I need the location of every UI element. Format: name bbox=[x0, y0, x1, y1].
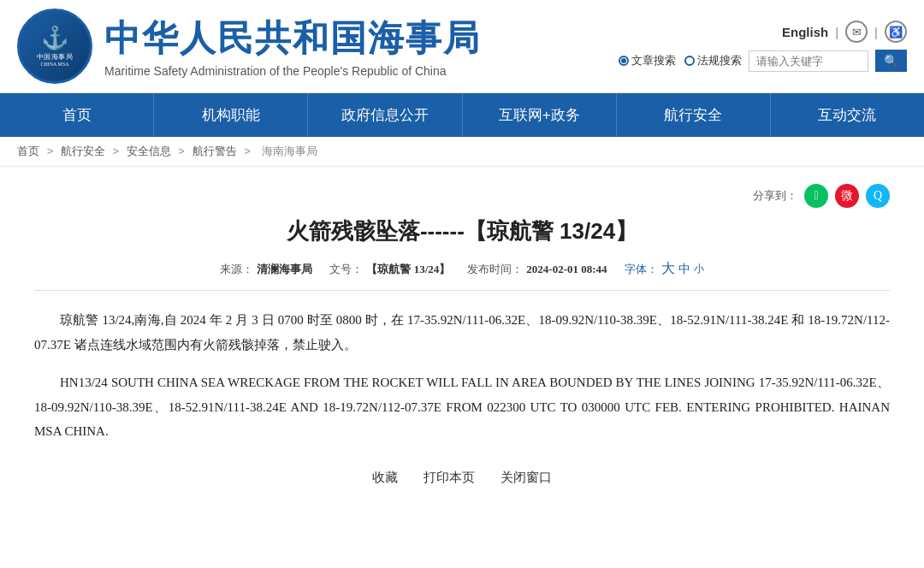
nav-home[interactable]: 首页 bbox=[0, 93, 154, 137]
anchor-icon: ⚓ bbox=[37, 24, 74, 53]
breadcrumb-safety-info[interactable]: 安全信息 bbox=[127, 145, 171, 157]
breadcrumb-sep1: > bbox=[47, 145, 56, 157]
breadcrumb-home[interactable]: 首页 bbox=[17, 145, 39, 157]
bookmark-link[interactable]: 收藏 bbox=[372, 470, 398, 486]
email-icon[interactable]: ✉ bbox=[845, 21, 868, 43]
separator2: | bbox=[874, 25, 878, 39]
print-link[interactable]: 打印本页 bbox=[424, 470, 475, 486]
breadcrumb: 首页 > 航行安全 > 安全信息 > 航行警告 > 海南海事局 bbox=[0, 137, 924, 167]
font-medium-btn[interactable]: 中 bbox=[678, 262, 690, 277]
logo-circle: ⚓ 中国海事局 CHINA MSA bbox=[17, 9, 92, 84]
article-title: 火箭残骸坠落------【琼航警 13/24】 bbox=[34, 216, 890, 246]
logo-inner: ⚓ 中国海事局 CHINA MSA bbox=[37, 24, 74, 68]
docnum-label: 文号： bbox=[329, 262, 363, 277]
header-left: ⚓ 中国海事局 CHINA MSA 中华人民共和国海事局 Maritime Sa… bbox=[17, 9, 481, 84]
header-title-block: 中华人民共和国海事局 Maritime Safety Administratio… bbox=[104, 15, 481, 78]
radio-dot-law bbox=[684, 56, 695, 66]
nav-institution[interactable]: 机构职能 bbox=[154, 93, 308, 137]
english-link[interactable]: English bbox=[782, 25, 828, 39]
breadcrumb-sep4: > bbox=[244, 145, 253, 157]
breadcrumb-nav-warning[interactable]: 航行警告 bbox=[192, 145, 237, 157]
qq-share-icon[interactable]: Q bbox=[866, 184, 890, 208]
font-small-btn[interactable]: 小 bbox=[694, 262, 704, 276]
close-link[interactable]: 关闭窗口 bbox=[500, 470, 552, 486]
logo-cn-text: 中国海事局 bbox=[37, 53, 74, 62]
article-body: 琼航警 13/24,南海,自 2024 年 2 月 3 日 0700 时至 08… bbox=[34, 308, 890, 444]
meta-docnum: 文号： 【琼航警 13/24】 bbox=[329, 262, 450, 277]
site-title-en: Maritime Safety Administration of the Pe… bbox=[104, 64, 481, 78]
search-radio-group: 文章搜索 法规搜索 bbox=[619, 53, 742, 68]
header-top-links: English | ✉ | ♿ bbox=[782, 21, 907, 43]
breadcrumb-sep3: > bbox=[178, 145, 187, 157]
radio-dot-article bbox=[619, 56, 629, 66]
article-meta: 来源： 清澜海事局 文号： 【琼航警 13/24】 发布时间： 2024-02-… bbox=[34, 260, 890, 291]
breadcrumb-current: 海南海事局 bbox=[262, 145, 317, 157]
radio-law-label: 法规搜索 bbox=[697, 53, 742, 68]
meta-source: 来源： 清澜海事局 bbox=[220, 262, 312, 277]
body-paragraph-cn: 琼航警 13/24,南海,自 2024 年 2 月 3 日 0700 时至 08… bbox=[34, 308, 890, 357]
action-bar: 收藏 打印本页 关闭窗口 bbox=[34, 470, 890, 486]
font-large-btn[interactable]: 大 bbox=[661, 260, 675, 278]
breadcrumb-nav-safety[interactable]: 航行安全 bbox=[61, 145, 105, 157]
radio-article-label: 文章搜索 bbox=[631, 53, 676, 68]
breadcrumb-sep2: > bbox=[112, 145, 121, 157]
wechat-share-icon[interactable]:  bbox=[804, 184, 828, 208]
nav-interaction[interactable]: 互动交流 bbox=[771, 93, 924, 137]
header: ⚓ 中国海事局 CHINA MSA 中华人民共和国海事局 Maritime Sa… bbox=[0, 0, 924, 93]
nav-internet-affairs[interactable]: 互联网+政务 bbox=[463, 93, 617, 137]
search-input[interactable] bbox=[749, 50, 868, 72]
meta-date: 发布时间： 2024-02-01 08:44 bbox=[467, 262, 607, 277]
separator: | bbox=[835, 25, 838, 39]
nav-government-info[interactable]: 政府信息公开 bbox=[308, 93, 462, 137]
logo-en-text: CHINA MSA bbox=[37, 62, 74, 68]
site-title-cn: 中华人民共和国海事局 bbox=[104, 15, 481, 62]
source-value: 清澜海事局 bbox=[257, 262, 312, 277]
font-label: 字体： bbox=[625, 262, 658, 277]
main-nav: 首页 机构职能 政府信息公开 互联网+政务 航行安全 互动交流 bbox=[0, 93, 924, 137]
header-right: English | ✉ | ♿ 文章搜索 法规搜索 🔍 bbox=[619, 21, 907, 72]
font-size-control: 字体： 大 中 小 bbox=[625, 260, 704, 278]
accessibility-icon[interactable]: ♿ bbox=[885, 21, 907, 43]
search-bar: 文章搜索 法规搜索 🔍 bbox=[619, 50, 907, 72]
date-label: 发布时间： bbox=[467, 262, 523, 277]
docnum-value: 【琼航警 13/24】 bbox=[366, 262, 450, 277]
weibo-share-icon[interactable]: 微 bbox=[835, 184, 859, 208]
radio-law[interactable]: 法规搜索 bbox=[684, 53, 742, 68]
date-value: 2024-02-01 08:44 bbox=[526, 263, 607, 276]
share-label: 分享到： bbox=[753, 188, 797, 204]
main-content: 分享到：  微 Q 火箭残骸坠落------【琼航警 13/24】 来源： 清… bbox=[0, 167, 924, 568]
nav-navigation-safety[interactable]: 航行安全 bbox=[617, 93, 771, 137]
search-button[interactable]: 🔍 bbox=[875, 50, 907, 72]
source-label: 来源： bbox=[220, 262, 253, 277]
body-paragraph-en: HN13/24 SOUTH CHINA SEA WRECKAGE FROM TH… bbox=[34, 370, 890, 444]
share-bar: 分享到：  微 Q bbox=[34, 184, 890, 208]
radio-article[interactable]: 文章搜索 bbox=[619, 53, 676, 68]
